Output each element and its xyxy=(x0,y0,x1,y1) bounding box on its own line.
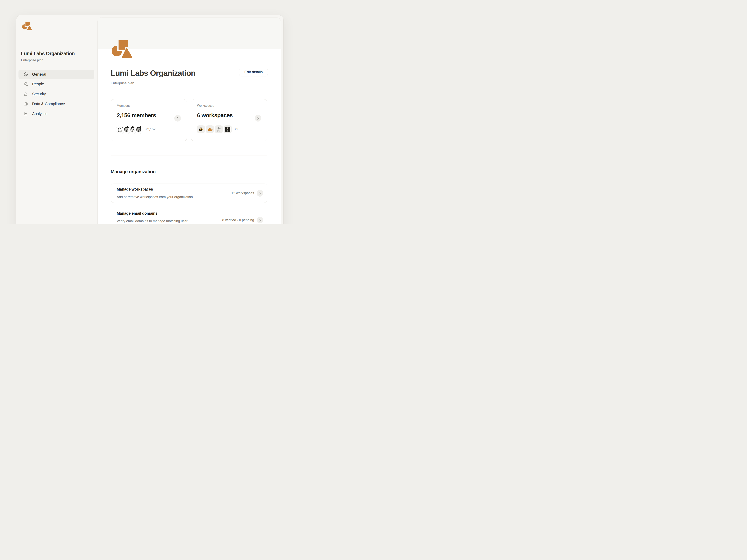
sidebar-nav: General People Security Data & Complianc… xyxy=(19,70,94,119)
sidebar-item-label: General xyxy=(32,72,46,77)
sidebar-item-data-compliance[interactable]: Data & Compliance xyxy=(19,99,94,109)
workspaces-value: 6 workspaces xyxy=(197,112,233,118)
edit-details-button[interactable]: Edit details xyxy=(239,68,268,76)
sidebar-item-security[interactable]: Security xyxy=(19,89,94,99)
sidebar-item-label: Data & Compliance xyxy=(32,102,65,106)
app-window: Lumi Labs Organization Enterprise plan G… xyxy=(16,15,284,224)
plan-label: Enterprise plan xyxy=(111,81,134,85)
members-value: 2,156 members xyxy=(117,112,156,118)
manage-email-domains-chevron-button[interactable] xyxy=(257,217,263,223)
sidebar-item-general[interactable]: General xyxy=(19,70,94,79)
member-avatars xyxy=(117,126,143,133)
members-label: Members xyxy=(117,104,181,108)
sidebar: Lumi Labs Organization Enterprise plan G… xyxy=(16,15,98,224)
sidebar-item-label: Analytics xyxy=(32,112,47,116)
main-content: Lumi Labs Organization Enterprise plan E… xyxy=(98,17,281,224)
members-card[interactable]: Members 2,156 members xyxy=(111,99,187,141)
members-chevron-button[interactable] xyxy=(174,115,181,122)
row-meta: 8 verified · 0 pending xyxy=(222,218,254,222)
workspaces-label: Workspaces xyxy=(197,104,261,108)
sidebar-item-label: Security xyxy=(32,92,46,96)
page-title: Lumi Labs Organization xyxy=(111,69,247,78)
row-subtitle: Add or remove workspaces from your organ… xyxy=(117,195,194,199)
sparkler-emoji-icon xyxy=(224,126,232,133)
gear-icon xyxy=(24,72,28,77)
row-title: Manage email domains xyxy=(117,211,157,216)
sidebar-item-people[interactable]: People xyxy=(19,79,94,89)
org-logo-icon xyxy=(22,22,32,30)
manage-email-domains-row[interactable]: Manage email domains Verify email domain… xyxy=(111,208,267,224)
workspaces-chevron-button[interactable] xyxy=(255,115,261,122)
row-subtitle: Verify email domains to manage matching … xyxy=(117,219,187,223)
org-logo-large-icon xyxy=(111,40,132,58)
camel-emoji-icon xyxy=(206,126,214,133)
bee-emoji-icon xyxy=(197,126,205,133)
row-title: Manage workspaces xyxy=(117,187,153,191)
sidebar-plan-label: Enterprise plan xyxy=(21,58,43,62)
workspaces-card[interactable]: Workspaces 6 workspaces xyxy=(191,99,267,141)
workspace-icons xyxy=(197,126,232,133)
sidebar-item-label: People xyxy=(32,82,44,86)
briefcase-icon xyxy=(24,102,28,106)
users-icon xyxy=(24,82,28,86)
sidebar-item-analytics[interactable]: Analytics xyxy=(19,109,94,119)
fencer-emoji-icon xyxy=(215,126,223,133)
manage-workspaces-chevron-button[interactable] xyxy=(257,190,263,196)
sidebar-org-name: Lumi Labs Organization xyxy=(21,51,93,56)
lock-icon xyxy=(24,92,28,96)
chart-icon xyxy=(24,112,28,116)
workspaces-overflow-count: +2 xyxy=(234,127,238,131)
stats-row: Members 2,156 members xyxy=(111,99,267,141)
manage-workspaces-row[interactable]: Manage workspaces Add or remove workspac… xyxy=(111,184,267,203)
row-meta: 12 workspaces xyxy=(231,191,254,195)
avatar xyxy=(135,126,143,133)
members-overflow-count: +2,152 xyxy=(145,127,155,131)
manage-section-heading: Manage organization xyxy=(111,169,156,175)
